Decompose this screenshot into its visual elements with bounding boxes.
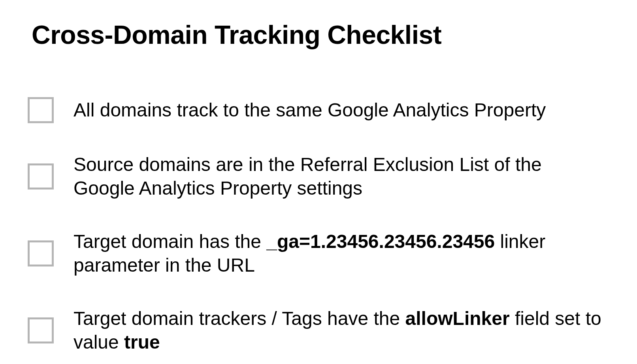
checkbox-icon[interactable] xyxy=(28,163,54,190)
checklist-item: Target domain trackers / Tags have the a… xyxy=(32,307,605,354)
document-page: Cross-Domain Tracking Checklist All doma… xyxy=(0,0,637,354)
checklist-item-label: Target domain has the _ga=1.23456.23456.… xyxy=(74,230,605,277)
checkbox-icon[interactable] xyxy=(28,240,54,266)
page-title: Cross-Domain Tracking Checklist xyxy=(32,20,605,50)
checklist-item-label: All domains track to the same Google Ana… xyxy=(74,98,546,122)
checklist-item: Target domain has the _ga=1.23456.23456.… xyxy=(32,230,605,277)
checklist-item-label: Source domains are in the Referral Exclu… xyxy=(74,153,605,200)
checklist-item: Source domains are in the Referral Exclu… xyxy=(32,153,605,200)
checklist-item-label: Target domain trackers / Tags have the a… xyxy=(74,307,605,354)
checkbox-icon[interactable] xyxy=(28,97,54,123)
checklist-item: All domains track to the same Google Ana… xyxy=(32,97,605,123)
checkbox-icon[interactable] xyxy=(28,317,54,343)
checklist: All domains track to the same Google Ana… xyxy=(32,97,605,354)
